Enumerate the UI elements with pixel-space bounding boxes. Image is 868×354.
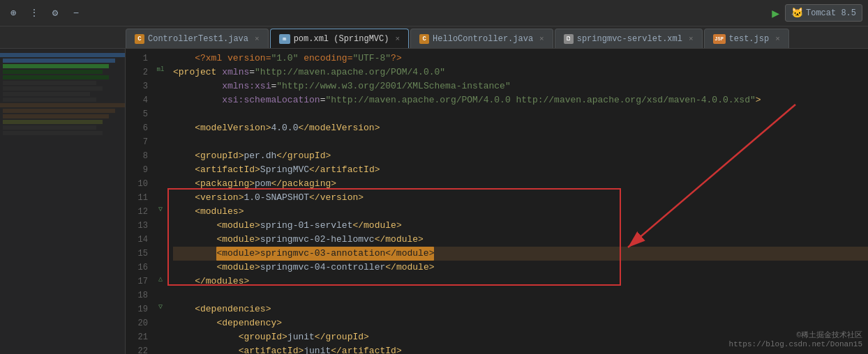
line-num-10: 10 (126, 177, 148, 191)
xml-decl: <?xml version= (195, 52, 271, 66)
tag-gid-close: </groupId> (276, 149, 331, 163)
tag-mod2-close: </module> (375, 233, 424, 247)
fold-end-icon[interactable]: △ (154, 272, 167, 286)
line-num-22: 22 (126, 344, 148, 354)
attr-xsi: xmlns:xsi (222, 79, 271, 93)
fold-deps-icon[interactable]: ▽ (154, 300, 167, 314)
line-num-8: 8 (126, 149, 148, 163)
top-bar: ⊕ ⋮ ⚙ − ▶ 🐱 Tomcat 8.5 (0, 0, 868, 26)
java-icon: C (419, 34, 429, 44)
tab-close-icon[interactable]: × (689, 35, 694, 43)
sidebar (0, 49, 126, 354)
fold-modules-icon[interactable]: ▽ (154, 202, 167, 216)
tab-hellocontroller[interactable]: C HelloController.java × (410, 29, 553, 48)
code-line-22: <artifactId>junit</artifactId> (173, 344, 868, 354)
code-text (173, 52, 195, 66)
tag-mod1: <module> (216, 219, 260, 233)
gutter-3 (154, 77, 167, 91)
tag-aid-close: </artifactId> (309, 163, 380, 177)
code-line-16: <module>springmvc-04-controller</module> (173, 261, 868, 275)
run-icon[interactable]: ▶ (772, 6, 779, 21)
line-num-16: 16 (126, 261, 148, 275)
gutter-18 (154, 286, 167, 300)
options-icon[interactable]: ⋮ (27, 6, 42, 21)
tab-testjsp[interactable]: JSP test.jsp × (704, 29, 789, 48)
sidebar-block-2 (3, 59, 115, 63)
tabs-bar: C ControllerTest1.java × m pom.xml (Spri… (0, 26, 868, 49)
mv-value: 4.0.0 (271, 121, 298, 135)
code-line-3: xmlns:xsi="http://www.w3.org/2001/XMLSch… (173, 79, 868, 93)
indent16 (173, 261, 216, 275)
line-num-13: 13 (126, 219, 148, 233)
code-line-5 (173, 107, 868, 121)
mod4-value: springmvc-04-controller (260, 261, 385, 275)
gutter-22 (154, 341, 167, 354)
settings-icon[interactable]: ⚙ (47, 6, 63, 21)
tab-controllertest1[interactable]: C ControllerTest1.java × (126, 29, 269, 48)
tab-label: springmvc-servlet.xml (577, 34, 682, 44)
line-num-12: 12 (126, 205, 148, 219)
tag-aid2: <artifactId> (239, 344, 304, 354)
code-line-19: <dependencies> (173, 302, 868, 316)
xml-decl-value: "1.0" (271, 52, 298, 66)
gutter-21 (154, 328, 167, 341)
gutter-2: ml (154, 63, 167, 77)
tab-springmvc-servlet[interactable]: 🗋 springmvc-servlet.xml × (555, 29, 703, 48)
schemaloc-value: "http://maven.apache.org/POM/4.0.0 http:… (325, 93, 755, 107)
tag-project: project (179, 66, 217, 79)
eq: = (249, 66, 255, 79)
gid2-value: junit (287, 330, 315, 344)
aid2-value: junit (304, 344, 331, 354)
minimize-icon[interactable]: − (68, 6, 84, 21)
tab-close-icon[interactable]: × (395, 35, 400, 43)
gutter-11 (154, 188, 167, 202)
code-line-21: <groupId>junit</groupId> (173, 330, 868, 344)
sidebar-content (0, 49, 125, 139)
tag-mod3-open: <module>springmvc-03-annotation</module> (216, 247, 434, 261)
tag-gid: <groupId> (195, 149, 244, 163)
indent14 (173, 233, 216, 247)
code-line-18 (173, 288, 868, 302)
xmlns-value: "http://maven.apache.org/POM/4.0.0" (255, 66, 445, 79)
code-line-17: </modules> (173, 275, 868, 288)
indent22 (173, 344, 239, 354)
add-icon[interactable]: ⊕ (6, 6, 21, 21)
gutter-10 (154, 174, 167, 188)
sidebar-block-12 (3, 114, 109, 118)
sidebar-block-14 (3, 125, 96, 130)
indent4 (173, 93, 222, 107)
tab-close-icon[interactable]: × (775, 35, 780, 43)
line-num-11: 11 (126, 191, 148, 205)
line-num-18: 18 (126, 288, 148, 302)
tag-aid: <artifactId> (195, 163, 260, 177)
tab-close-icon[interactable]: × (255, 35, 260, 43)
gutter-4 (154, 91, 167, 105)
tab-close-icon[interactable]: × (539, 35, 544, 43)
mod2-value: springmvc-02-hellomvc (260, 233, 375, 247)
sidebar-block-4 (3, 70, 103, 74)
tag-modules: <modules> (195, 205, 244, 219)
tag-close: > (756, 93, 761, 107)
sidebar-block-15 (3, 131, 103, 135)
code-line-11: <version>1.0-SNAPSHOT</version> (173, 191, 868, 205)
tab-label: ControllerTest1.java (148, 34, 248, 44)
indent11 (173, 191, 195, 205)
java-icon: C (135, 34, 144, 44)
tab-label: test.jsp (729, 34, 770, 44)
indent10 (173, 177, 195, 191)
tag-mod2: <module> (216, 233, 260, 247)
code-line-12: <modules> (173, 205, 868, 219)
editor-area[interactable]: 1 2 3 4 5 6 7 8 9 10 11 12 13 14 15 16 1… (126, 49, 868, 354)
code-content[interactable]: <?xml version="1.0" encoding="UTF-8"?> <… (167, 49, 868, 354)
tag-modules-close: </modules> (195, 275, 249, 288)
sidebar-block-9 (3, 98, 96, 102)
xsi-value: "http://www.w3.org/2001/XMLSchema-instan… (276, 79, 510, 93)
indent15 (173, 247, 216, 261)
sidebar-block-11 (3, 109, 115, 113)
tomcat-button[interactable]: 🐱 Tomcat 8.5 (785, 4, 862, 22)
top-right-area: ▶ 🐱 Tomcat 8.5 (772, 4, 862, 22)
tab-pomxml[interactable]: m pom.xml (SpringMVC) × (270, 29, 409, 48)
sidebar-block-10 (0, 103, 125, 107)
indent6 (173, 121, 195, 135)
indent (173, 79, 222, 93)
